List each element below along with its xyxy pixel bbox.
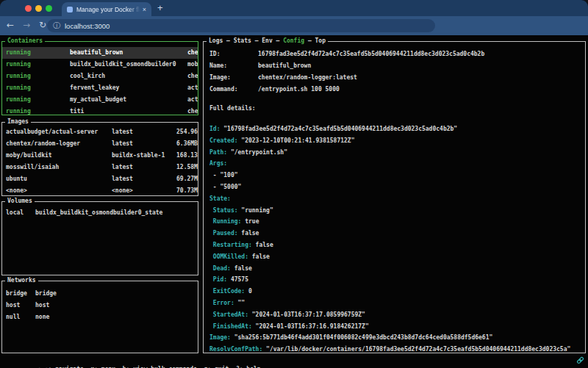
detail-value: 47575 xyxy=(227,276,248,283)
image-size: 168.13 xyxy=(176,150,198,162)
container-image: che xyxy=(187,71,198,82)
image-name: moby/buildkit xyxy=(2,150,112,162)
tab-separator: — xyxy=(251,37,262,44)
networks-panel[interactable]: bridgebridgehosthostnullnone xyxy=(1,281,198,353)
image-row[interactable]: ubuntulatest69.27M xyxy=(2,173,198,185)
detail-key: Path: xyxy=(209,149,227,156)
summary-line: Name:beautiful_brown xyxy=(209,60,584,72)
docker-tui: runningbeautiful_browncherunningbuildx_b… xyxy=(0,35,588,368)
image-name: chentex/random-logger xyxy=(2,138,112,150)
window-close-button[interactable] xyxy=(25,5,32,12)
network-name: bridge xyxy=(2,288,35,300)
image-row[interactable]: mosswill/isaiahlatest12.58M xyxy=(2,162,198,173)
detail-value: 0 xyxy=(245,288,252,295)
container-row[interactable]: runningbeautiful_brownche xyxy=(2,47,198,59)
network-driver: none xyxy=(35,311,198,323)
window-minimize-button[interactable] xyxy=(35,5,42,12)
tab-logs[interactable]: Logs xyxy=(209,37,223,44)
tab-close-icon[interactable]: × xyxy=(143,6,146,13)
container-row[interactable]: runningcool_kirchche xyxy=(2,71,198,82)
site-info-icon[interactable]: ⓘ xyxy=(53,21,60,31)
containers-panel[interactable]: runningbeautiful_browncherunningbuildx_b… xyxy=(1,41,198,115)
detail-key: ExitCode: xyxy=(209,288,245,295)
detail-key: Created: xyxy=(209,137,238,144)
image-row[interactable]: moby/buildkitbuildx-stable-1168.13 xyxy=(2,150,198,162)
tab-config[interactable]: Config xyxy=(283,37,304,44)
image-size: 69.27M xyxy=(176,173,198,185)
tab-env[interactable]: Env xyxy=(262,37,272,44)
summary-value: chentex/random-logger:latest xyxy=(258,72,357,84)
detail-value: "/var/lib/docker/containers/16798fad3ee5… xyxy=(262,346,570,353)
container-row[interactable]: runningtitiche xyxy=(2,106,198,115)
detail-value: false xyxy=(248,253,270,260)
detail-line: StartedAt: "2024-01-03T16:37:17.08599675… xyxy=(209,309,584,321)
container-row[interactable]: runningfervent_leakeyact xyxy=(2,82,198,94)
summary-line: Image:chentex/random-logger:latest xyxy=(209,72,584,84)
image-size: 6.36MB xyxy=(176,138,198,150)
detail-line: ExitCode: 0 xyxy=(209,286,584,297)
container-image: che xyxy=(187,47,198,59)
image-row[interactable]: <none><none>70.73M xyxy=(2,185,198,195)
image-size: 12.58M xyxy=(176,162,198,173)
detail-key: Id: xyxy=(209,126,220,132)
new-tab-button[interactable]: + xyxy=(157,2,163,13)
image-name: <none> xyxy=(2,185,112,195)
detail-line: FinishedAt: "2024-01-03T16:37:16.9184262… xyxy=(209,321,584,333)
network-row[interactable]: bridgebridge xyxy=(2,288,198,300)
tab-stats[interactable]: Stats xyxy=(234,37,251,44)
images-panel-title: Images xyxy=(5,118,31,126)
container-image: act xyxy=(187,94,198,106)
network-row[interactable]: nullnone xyxy=(2,311,198,323)
detail-line: Paused: false xyxy=(209,228,584,239)
detail-key: Status: xyxy=(209,207,238,214)
containers-panel-title: Containers xyxy=(5,37,45,45)
tab-top[interactable]: Top xyxy=(315,37,326,44)
address-bar[interactable]: ⓘ localhost:3000 xyxy=(47,19,435,32)
detail-value: false xyxy=(238,230,259,237)
image-name: actualbudget/actual-server xyxy=(2,126,112,138)
detail-value: "/entrypoint.sh" xyxy=(227,149,287,156)
network-row[interactable]: hosthost xyxy=(2,300,198,311)
networks-panel-title: Networks xyxy=(5,277,38,284)
url-text: localhost:3000 xyxy=(65,22,110,30)
detail-value: "" xyxy=(234,300,245,306)
container-row[interactable]: runningbuildx_buildkit_osmondbuilder0mob xyxy=(2,59,198,71)
full-details-heading: Full details: xyxy=(209,104,256,113)
image-tag: buildx-stable-1 xyxy=(112,150,176,162)
container-image: che xyxy=(187,106,198,115)
networks-list: bridgebridgehosthostnullnone xyxy=(2,281,198,353)
volume-row[interactable]: localbuildx_buildkit_osmondbuilder0_stat… xyxy=(2,207,198,219)
image-row[interactable]: actualbudget/actual-serverlatest254.96 xyxy=(2,126,198,138)
container-state: running xyxy=(2,94,70,106)
image-row[interactable]: chentex/random-loggerlatest6.36MB xyxy=(2,138,198,150)
summary-label: Command: xyxy=(209,84,258,95)
detail-line: - "100" xyxy=(209,170,584,181)
images-list: actualbudget/actual-serverlatest254.96ch… xyxy=(2,123,198,195)
detail-value: - "100" xyxy=(209,172,238,178)
detail-value: "2023-12-10T00:21:41.938158712Z" xyxy=(238,137,355,144)
inspector-panel[interactable]: ID:16798fad3ee5d2f4d72a4c7c35eafd5b5d040… xyxy=(203,41,586,353)
detail-key: Restarting: xyxy=(209,242,252,248)
browser-tab-strip: Manage your Docker fleet wi × + xyxy=(0,0,588,16)
statusbar: ← → ↑ ↓: navigate, x: menu, b: view bulk… xyxy=(2,356,261,368)
summary-value: beautiful_brown xyxy=(258,60,311,72)
images-panel[interactable]: actualbudget/actual-serverlatest254.96ch… xyxy=(1,122,198,196)
summary-value: 16798fad3ee5d2f4d72a4c7c35eafd5b5d040694… xyxy=(258,48,484,60)
summary-label: ID: xyxy=(209,48,258,60)
browser-tab[interactable]: Manage your Docker fleet wi × xyxy=(62,2,151,16)
tab-title: Manage your Docker fleet wi xyxy=(76,6,140,13)
container-row[interactable]: runningmy_actual_budgetact xyxy=(2,94,198,106)
detail-line: State: xyxy=(209,193,584,205)
browser-toolbar: ← → ↻ ⓘ localhost:3000 ☆ xyxy=(0,16,588,35)
detail-key: FinishedAt: xyxy=(209,323,252,330)
image-tag: <none> xyxy=(112,185,176,195)
forward-icon[interactable]: → xyxy=(21,20,32,30)
volumes-panel[interactable]: localbuildx_buildkit_osmondbuilder0_stat… xyxy=(1,201,198,275)
connection-link-icon xyxy=(576,356,584,364)
detail-line: Status: "running" xyxy=(209,205,584,217)
volumes-panel-title: Volumes xyxy=(5,198,35,205)
container-state: running xyxy=(2,82,70,94)
window-maximize-button[interactable] xyxy=(46,5,52,12)
back-icon[interactable]: ← xyxy=(4,20,16,30)
image-name: ubuntu xyxy=(2,173,112,185)
